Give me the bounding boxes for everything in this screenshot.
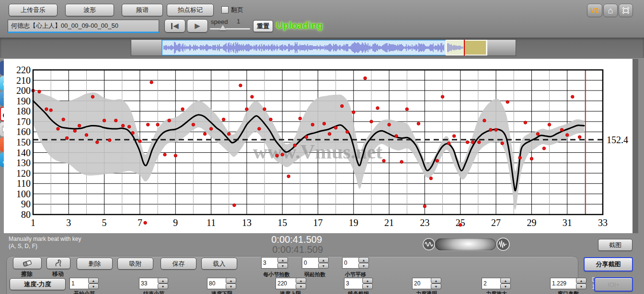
beats-per-bar-down-button[interactable]: ▼ bbox=[277, 263, 288, 269]
wave-zoom-slider[interactable] bbox=[435, 238, 496, 250]
time-display-main: 0:00:41.509 bbox=[220, 234, 322, 245]
strength-opacity-stepper: ▲▼ bbox=[431, 278, 441, 289]
pickup-beats-down-button[interactable]: ▼ bbox=[318, 263, 329, 269]
start-bar-up-button[interactable]: ▲ bbox=[88, 278, 99, 283]
home-button[interactable]: ⌂ bbox=[603, 4, 618, 17]
play-button[interactable]: ▶ bbox=[187, 19, 208, 33]
beat-mark-tab-button[interactable]: 拍点标记 bbox=[167, 4, 214, 16]
svg-text:140: 140 bbox=[16, 147, 31, 158]
svg-text:5: 5 bbox=[102, 217, 107, 228]
tempo-min-down-button[interactable]: ▼ bbox=[226, 283, 236, 289]
svg-text:110: 110 bbox=[17, 178, 31, 189]
fullscreen-icon bbox=[622, 7, 630, 14]
window-param-up-button[interactable]: ▲ bbox=[576, 278, 586, 283]
end-bar-up-button[interactable]: ▲ bbox=[158, 278, 168, 283]
v2-badge: V2 bbox=[590, 7, 598, 14]
tempo-max-input[interactable] bbox=[276, 278, 298, 289]
svg-text:13: 13 bbox=[242, 217, 252, 228]
window-param-label: 窗口参数 bbox=[558, 290, 579, 294]
delete-button[interactable]: 删除 bbox=[77, 258, 113, 270]
svg-text:11: 11 bbox=[207, 217, 216, 228]
move-tool-button[interactable] bbox=[46, 257, 70, 269]
mark-hint-line2: (A, S, D, F) bbox=[9, 243, 81, 250]
tempo-chart-panel[interactable]: 8090100110120130140150160170180190200210… bbox=[4, 59, 632, 233]
svg-text:23: 23 bbox=[420, 217, 429, 228]
waveform-tab-button[interactable]: 波形 bbox=[65, 4, 114, 16]
tempo-min-up-button[interactable]: ▲ bbox=[226, 278, 236, 283]
wave-zoom-out-icon[interactable] bbox=[422, 237, 436, 251]
svg-text:19: 19 bbox=[349, 217, 358, 228]
bar-shift-stepper: ▲▼ bbox=[358, 257, 369, 269]
svg-text:9: 9 bbox=[173, 217, 178, 228]
waveform-graphic bbox=[131, 40, 516, 56]
speed-slider-track[interactable] bbox=[210, 28, 250, 30]
load-button[interactable]: 载入 bbox=[201, 258, 237, 270]
strength-opacity-up-button[interactable]: ▲ bbox=[431, 278, 441, 283]
strength-scale-up-button[interactable]: ▲ bbox=[500, 278, 511, 283]
svg-text:90: 90 bbox=[21, 199, 31, 209]
svg-text:17: 17 bbox=[313, 217, 323, 228]
svg-text:21: 21 bbox=[384, 217, 394, 228]
rewind-button[interactable]: ◀ bbox=[164, 19, 185, 33]
svg-text:150: 150 bbox=[16, 137, 31, 147]
strength-opacity-input[interactable] bbox=[412, 278, 433, 289]
screenshot-button[interactable]: 截图 bbox=[598, 239, 632, 251]
file-name-field[interactable] bbox=[8, 20, 159, 33]
waveform-overview[interactable] bbox=[131, 39, 516, 56]
mark-hint-line1: Manually mark beat with key bbox=[9, 236, 81, 243]
snap-button[interactable]: 吸附 bbox=[117, 258, 153, 270]
speed-value: 1 bbox=[237, 18, 240, 25]
version-button[interactable]: V2 bbox=[587, 4, 602, 17]
strength-opacity-label: 力度透明 bbox=[416, 290, 437, 294]
end-bar-input[interactable] bbox=[139, 278, 160, 289]
strength-scale-down-button[interactable]: ▼ bbox=[500, 283, 511, 289]
tempo-max-down-button[interactable]: ▼ bbox=[296, 283, 306, 289]
strength-opacity-down-button[interactable]: ▼ bbox=[431, 283, 441, 289]
share-screenshot-button[interactable]: 分享截图 bbox=[584, 257, 633, 271]
tempo-chart[interactable]: 8090100110120130140150160170180190200210… bbox=[4, 59, 632, 233]
beats-per-bar-input[interactable] bbox=[261, 257, 279, 269]
line-thickness-up-button[interactable]: ▲ bbox=[362, 278, 373, 283]
start-bar-input[interactable] bbox=[69, 278, 90, 289]
move-tool-label: 移动 bbox=[52, 270, 64, 278]
move-icon bbox=[54, 260, 63, 267]
svg-text:100: 100 bbox=[16, 189, 31, 199]
pickup-beats-input[interactable] bbox=[302, 257, 320, 269]
line-thickness-down-button[interactable]: ▼ bbox=[362, 283, 373, 289]
line-thickness-input[interactable] bbox=[344, 278, 364, 289]
start-bar-down-button[interactable]: ▼ bbox=[88, 283, 99, 289]
upload-music-button[interactable]: 上传音乐 bbox=[9, 4, 58, 16]
start-bar-label: 开始小节 bbox=[74, 290, 95, 294]
strength-scale-stepper: ▲▼ bbox=[500, 278, 511, 289]
bar-shift-label: 小节平移 bbox=[345, 271, 366, 278]
svg-text:190: 190 bbox=[16, 96, 31, 106]
pickup-beats-up-button[interactable]: ▲ bbox=[318, 257, 329, 263]
window-param-down-button[interactable]: ▼ bbox=[576, 283, 586, 289]
strength-scale-input[interactable] bbox=[482, 278, 502, 289]
page-turn-checkbox[interactable] bbox=[221, 6, 229, 13]
tempo-min-input[interactable] bbox=[207, 278, 228, 289]
line-thickness-stepper: ▲▼ bbox=[362, 278, 373, 289]
tempo-max-up-button[interactable]: ▲ bbox=[296, 278, 306, 283]
beats-per-bar-stepper: ▲▼ bbox=[277, 257, 288, 269]
fullscreen-button[interactable] bbox=[619, 4, 633, 17]
speed-slider-thumb[interactable] bbox=[219, 25, 226, 30]
eraser-tool-button[interactable] bbox=[13, 257, 42, 269]
bar-shift-up-button[interactable]: ▲ bbox=[358, 257, 369, 263]
end-bar-down-button[interactable]: ▼ bbox=[158, 283, 168, 289]
spectrum-tab-button[interactable]: 频谱 bbox=[122, 4, 163, 16]
bar-shift-down-button[interactable]: ▼ bbox=[358, 263, 369, 269]
reset-button[interactable]: 重置 bbox=[253, 20, 273, 32]
window-param-input[interactable] bbox=[550, 278, 578, 289]
ioi-button[interactable]: IOI+ bbox=[594, 277, 633, 292]
svg-text:29: 29 bbox=[527, 217, 536, 228]
save-button[interactable]: 保存 bbox=[161, 258, 196, 270]
start-bar-stepper: ▲▼ bbox=[88, 278, 99, 289]
bar-shift-input[interactable] bbox=[342, 257, 360, 269]
wave-zoom-in-icon[interactable] bbox=[496, 237, 510, 251]
beats-per-bar-up-button[interactable]: ▲ bbox=[277, 257, 288, 263]
eraser-icon bbox=[22, 260, 33, 267]
mode-speed-strength-button[interactable]: 速度-力度 bbox=[10, 278, 66, 290]
play-icon: ▶ bbox=[195, 22, 200, 30]
tempo-min-stepper: ▲▼ bbox=[226, 278, 236, 289]
